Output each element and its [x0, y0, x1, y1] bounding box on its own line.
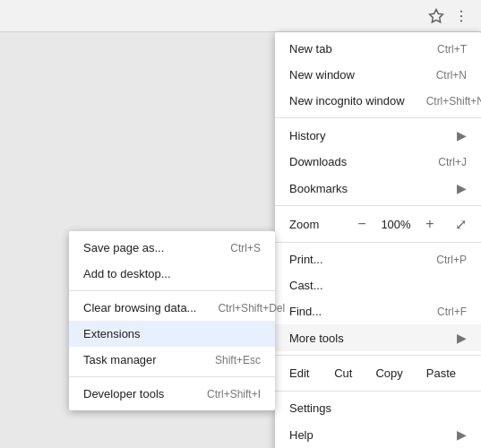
submenu-divider-1 [69, 290, 275, 291]
menu-item-cast[interactable]: Cast... [275, 272, 481, 298]
history-arrow-icon: ▶ [457, 128, 467, 142]
svg-point-2 [460, 14, 462, 16]
zoom-value: 100% [380, 218, 412, 231]
bookmarks-arrow-icon: ▶ [457, 181, 467, 195]
menu-item-new-window[interactable]: New window Ctrl+N [275, 62, 481, 88]
browser-content: New tab Ctrl+T New window Ctrl+N New inc… [0, 32, 481, 448]
star-button[interactable] [424, 4, 449, 29]
edit-buttons: Cut Copy Paste [323, 363, 467, 383]
svg-marker-0 [430, 9, 443, 22]
zoom-row: Zoom − 100% + ⤢ [275, 210, 481, 238]
copy-button[interactable]: Copy [365, 363, 413, 383]
paste-button[interactable]: Paste [416, 363, 467, 383]
menu-item-print[interactable]: Print... Ctrl+P [275, 246, 481, 272]
zoom-in-button[interactable]: + [419, 213, 441, 235]
menu-item-settings[interactable]: Settings [275, 395, 481, 421]
help-arrow-icon: ▶ [457, 427, 467, 442]
edit-row: Edit Cut Copy Paste [275, 359, 481, 387]
submenu-item-clear-browsing[interactable]: Clear browsing data... Ctrl+Shift+Del [69, 295, 275, 321]
menu-item-history[interactable]: History ▶ [275, 122, 481, 149]
chrome-menu-button[interactable] [449, 4, 474, 29]
submenu-item-extensions[interactable]: Extensions [69, 321, 275, 347]
divider-3 [275, 242, 481, 243]
more-tools-arrow-icon: ▶ [457, 331, 467, 345]
divider-2 [275, 205, 481, 206]
more-tools-submenu: Save page as... Ctrl+S Add to desktop...… [69, 231, 275, 410]
submenu-item-add-desktop[interactable]: Add to desktop... [69, 261, 275, 287]
divider-4 [275, 355, 481, 356]
menu-item-find[interactable]: Find... Ctrl+F [275, 298, 481, 324]
browser-toolbar [0, 0, 481, 32]
chrome-menu: New tab Ctrl+T New window Ctrl+N New inc… [275, 32, 481, 448]
zoom-out-button[interactable]: − [351, 213, 373, 235]
zoom-controls: − 100% + ⤢ [351, 213, 467, 235]
menu-item-new-tab[interactable]: New tab Ctrl+T [275, 36, 481, 62]
fullscreen-button[interactable]: ⤢ [455, 216, 467, 233]
svg-point-1 [460, 10, 462, 12]
menu-item-more-tools[interactable]: More tools ▶ [275, 324, 481, 351]
cut-button[interactable]: Cut [323, 363, 363, 383]
submenu-item-developer-tools[interactable]: Developer tools Ctrl+Shift+I [69, 381, 275, 407]
submenu-item-save-page[interactable]: Save page as... Ctrl+S [69, 235, 275, 261]
menu-item-bookmarks[interactable]: Bookmarks ▶ [275, 175, 481, 202]
svg-point-3 [460, 20, 462, 22]
menu-item-help[interactable]: Help ▶ [275, 421, 481, 448]
menu-item-downloads[interactable]: Downloads Ctrl+J [275, 149, 481, 175]
divider-5 [275, 391, 481, 392]
submenu-divider-2 [69, 376, 275, 377]
submenu-item-task-manager[interactable]: Task manager Shift+Esc [69, 347, 275, 373]
menu-item-new-incognito[interactable]: New incognito window Ctrl+Shift+N [275, 88, 481, 114]
divider-1 [275, 117, 481, 118]
